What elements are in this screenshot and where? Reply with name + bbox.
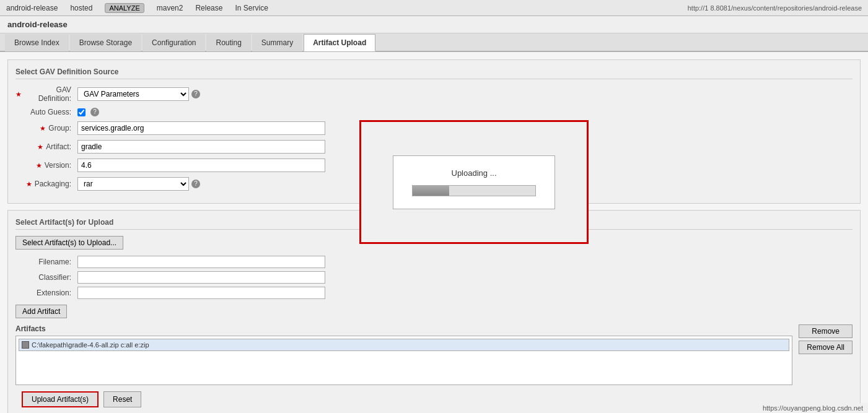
extension-label: Extension: (15, 289, 77, 297)
filename-input[interactable] (77, 256, 325, 268)
tabs-bar: Browse Index Browse Storage Configuratio… (0, 33, 868, 52)
artifacts-list-header: Artifacts (15, 324, 792, 333)
repo-format: maven2 (157, 4, 183, 12)
packaging-label: ★ Packaging: (15, 180, 77, 188)
artifact-item[interactable]: C:\fakepath\gradle-4.6-all.zip c:all e:z… (19, 339, 789, 351)
release-label: Release (195, 4, 222, 12)
gav-label: ★ GAV Definition: (15, 85, 77, 103)
packaging-select[interactable]: rar jar war pom zip (77, 177, 189, 191)
version-input[interactable] (77, 159, 325, 172)
artifact-item-text: C:\fakepath\gradle-4.6-all.zip c:all e:z… (32, 341, 149, 349)
auto-guess-label: Auto Guess: (15, 108, 77, 116)
gav-help-icon: ? (191, 90, 200, 98)
tab-summary[interactable]: Summary (252, 34, 302, 51)
bottom-url-text: https://ouyangpeng.blog.csdn.net (763, 404, 863, 412)
tab-artifact-upload[interactable]: Artifact Upload (304, 34, 375, 51)
artifact-file-icon (22, 341, 29, 349)
extension-row: Extension: (15, 287, 853, 299)
gav-section-header: Select GAV Definition Source (15, 67, 853, 79)
analyze-button[interactable]: ANALYZE (105, 3, 144, 13)
remove-all-button[interactable]: Remove All (799, 341, 853, 354)
progress-bar-container (412, 185, 536, 196)
filename-row: Filename: (15, 256, 853, 268)
upload-artifact-button[interactable]: Upload Artifact(s) (22, 391, 99, 407)
remove-button[interactable]: Remove (799, 324, 853, 338)
tab-browse-index[interactable]: Browse Index (5, 34, 69, 51)
classifier-label: Classifier: (15, 273, 77, 282)
repo-name-topbar: android-release (6, 4, 58, 12)
required-star-version: ★ (36, 162, 42, 170)
auto-guess-checkbox-row: ? (77, 108, 99, 116)
add-artifact-button[interactable]: Add Artifact (15, 305, 67, 318)
artifact-action-buttons: Remove Remove All (799, 324, 853, 385)
auto-guess-help-icon: ? (90, 108, 99, 116)
required-star-packaging: ★ (26, 180, 32, 188)
select-artifact-button[interactable]: Select Artifact(s) to Upload... (15, 236, 123, 250)
main-content: Select GAV Definition Source ★ GAV Defin… (0, 52, 868, 413)
classifier-input[interactable] (77, 271, 325, 284)
classifier-row: Classifier: (15, 271, 853, 284)
required-star-artifact: ★ (37, 143, 43, 151)
gav-definition-row: ★ GAV Definition: GAV Parameters POM ? (15, 85, 853, 103)
repo-url: http://1 8.8081/nexus/content/repositori… (688, 4, 862, 12)
artifacts-list-container: Artifacts C:\fakepath\gradle-4.6-all.zip… (15, 324, 792, 385)
artifact-label: ★ Artifact: (15, 142, 77, 151)
group-label: ★ Group: (15, 124, 77, 133)
tab-configuration[interactable]: Configuration (142, 34, 205, 51)
bottom-actions: Upload Artifact(s) Reset (15, 391, 853, 407)
packaging-help-icon: ? (191, 180, 200, 188)
tab-browse-storage[interactable]: Browse Storage (70, 34, 141, 51)
gav-definition-select[interactable]: GAV Parameters POM (77, 87, 189, 101)
artifacts-area: Artifacts C:\fakepath\gradle-4.6-all.zip… (15, 324, 853, 385)
required-star-gav: ★ (15, 90, 22, 98)
version-label: ★ Version: (15, 161, 77, 170)
progress-bar-fill (413, 186, 449, 196)
bottom-url-bar: https://ouyangpeng.blog.csdn.net (758, 403, 868, 413)
group-input[interactable] (77, 121, 325, 135)
repo-type: hosted (70, 4, 92, 12)
artifact-input[interactable] (77, 140, 325, 154)
tab-routing[interactable]: Routing (206, 34, 250, 51)
filename-label: Filename: (15, 258, 77, 266)
auto-guess-checkbox[interactable] (77, 108, 85, 116)
required-star-group: ★ (40, 124, 46, 133)
top-bar: android-release hosted ANALYZE maven2 Re… (0, 0, 868, 16)
upload-overlay: Uploading ... (359, 120, 589, 244)
artifacts-list: C:\fakepath\gradle-4.6-all.zip c:all e:z… (15, 336, 792, 385)
in-service-label: In Service (235, 4, 268, 12)
auto-guess-row: Auto Guess: ? (15, 108, 853, 116)
extension-input[interactable] (77, 287, 325, 299)
upload-dialog: Uploading ... (393, 155, 555, 209)
uploading-text: Uploading ... (452, 168, 497, 178)
reset-button[interactable]: Reset (103, 391, 141, 407)
repo-title: android-release (0, 16, 868, 33)
